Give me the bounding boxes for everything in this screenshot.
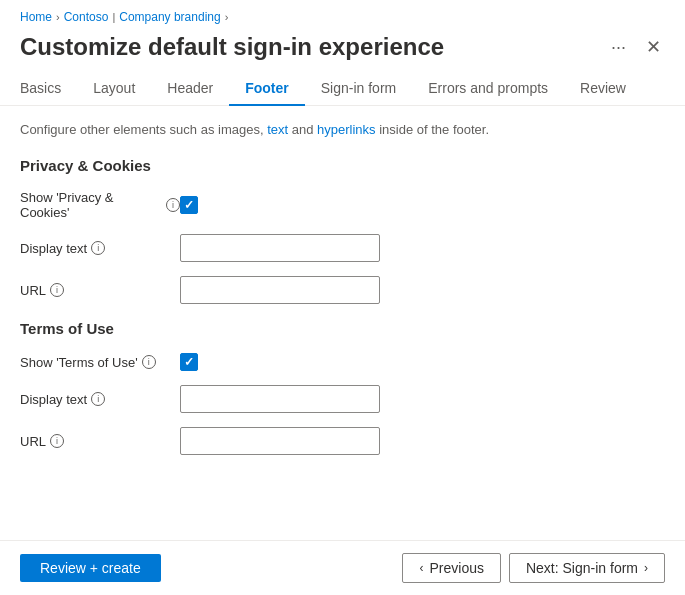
terms-url-row: URL i <box>20 427 665 455</box>
content-area: Configure other elements such as images,… <box>0 106 685 455</box>
privacy-show-label: Show 'Privacy & Cookies' i <box>20 190 180 220</box>
tab-header[interactable]: Header <box>151 72 229 106</box>
privacy-url-input[interactable] <box>180 276 380 304</box>
terms-show-info-icon[interactable]: i <box>142 355 156 369</box>
privacy-show-checkbox[interactable]: ✓ <box>180 196 198 214</box>
tab-errors-prompts[interactable]: Errors and prompts <box>412 72 564 106</box>
tab-layout[interactable]: Layout <box>77 72 151 106</box>
next-chevron-icon: › <box>644 561 648 575</box>
previous-label: Previous <box>429 560 483 576</box>
terms-show-label: Show 'Terms of Use' i <box>20 355 180 370</box>
breadcrumb-sep3: › <box>225 11 229 23</box>
terms-section-title: Terms of Use <box>20 320 665 337</box>
terms-checkmark: ✓ <box>184 355 194 369</box>
page-header: Customize default sign-in experience ···… <box>0 28 685 72</box>
previous-button[interactable]: ‹ Previous <box>402 553 500 583</box>
close-icon[interactable]: ✕ <box>642 32 665 62</box>
privacy-url-info-icon[interactable]: i <box>50 283 64 297</box>
breadcrumb-sep1: › <box>56 11 60 23</box>
review-create-button[interactable]: Review + create <box>20 554 161 582</box>
terms-show-checkbox-wrapper: ✓ <box>180 353 198 371</box>
privacy-url-row: URL i <box>20 276 665 304</box>
privacy-section-title: Privacy & Cookies <box>20 157 665 174</box>
privacy-display-text-row: Display text i <box>20 234 665 262</box>
prev-chevron-icon: ‹ <box>419 561 423 575</box>
next-label: Next: Sign-in form <box>526 560 638 576</box>
next-button[interactable]: Next: Sign-in form › <box>509 553 665 583</box>
terms-section: Terms of Use Show 'Terms of Use' i ✓ Dis… <box>20 320 665 455</box>
nav-buttons: ‹ Previous Next: Sign-in form › <box>402 553 665 583</box>
privacy-checkmark: ✓ <box>184 198 194 212</box>
info-text: Configure other elements such as images,… <box>20 122 665 137</box>
terms-display-text-row: Display text i <box>20 385 665 413</box>
terms-url-info-icon[interactable]: i <box>50 434 64 448</box>
breadcrumb-contoso[interactable]: Contoso <box>64 10 109 24</box>
privacy-show-row: Show 'Privacy & Cookies' i ✓ <box>20 190 665 220</box>
privacy-display-text-info-icon[interactable]: i <box>91 241 105 255</box>
privacy-section: Privacy & Cookies Show 'Privacy & Cookie… <box>20 157 665 304</box>
terms-display-text-input[interactable] <box>180 385 380 413</box>
terms-show-checkbox[interactable]: ✓ <box>180 353 198 371</box>
privacy-show-info-icon[interactable]: i <box>166 198 180 212</box>
main-container: Home › Contoso | Company branding › Cust… <box>0 0 685 595</box>
breadcrumb: Home › Contoso | Company branding › <box>0 0 685 28</box>
terms-display-text-info-icon[interactable]: i <box>91 392 105 406</box>
privacy-show-checkbox-wrapper: ✓ <box>180 196 198 214</box>
page-title: Customize default sign-in experience <box>20 33 444 61</box>
text-link[interactable]: text <box>267 122 288 137</box>
hyperlinks-link[interactable]: hyperlinks <box>317 122 376 137</box>
header-actions: ··· ✕ <box>607 32 665 62</box>
tab-signin-form[interactable]: Sign-in form <box>305 72 412 106</box>
terms-url-label: URL i <box>20 434 180 449</box>
tab-footer[interactable]: Footer <box>229 72 305 106</box>
breadcrumb-company-branding[interactable]: Company branding <box>119 10 220 24</box>
privacy-url-label: URL i <box>20 283 180 298</box>
footer-bar: Review + create ‹ Previous Next: Sign-in… <box>0 540 685 595</box>
more-options-icon[interactable]: ··· <box>607 33 630 62</box>
terms-show-row: Show 'Terms of Use' i ✓ <box>20 353 665 371</box>
breadcrumb-home[interactable]: Home <box>20 10 52 24</box>
tab-basics[interactable]: Basics <box>20 72 77 106</box>
privacy-display-text-input[interactable] <box>180 234 380 262</box>
privacy-display-text-label: Display text i <box>20 241 180 256</box>
tab-review[interactable]: Review <box>564 72 642 106</box>
terms-display-text-label: Display text i <box>20 392 180 407</box>
nav-tabs: Basics Layout Header Footer Sign-in form… <box>0 72 685 106</box>
breadcrumb-sep2: | <box>112 11 115 23</box>
terms-url-input[interactable] <box>180 427 380 455</box>
